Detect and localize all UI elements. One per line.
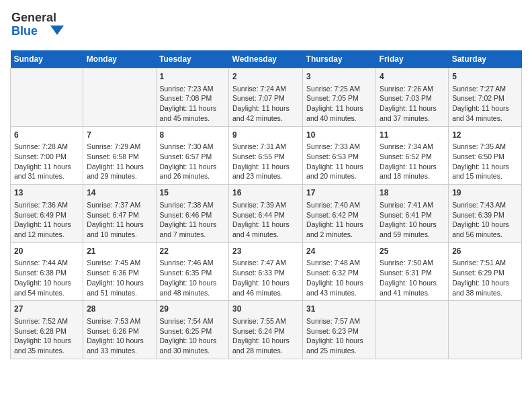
day-content: Sunrise: 7:25 AMSunset: 7:05 PMDaylight:… [306, 84, 372, 124]
day-number: 7 [87, 130, 152, 141]
day-content: Sunrise: 7:46 AMSunset: 6:35 PMDaylight:… [160, 258, 226, 298]
day-content: Sunrise: 7:55 AMSunset: 6:24 PMDaylight:… [232, 316, 299, 356]
day-content: Sunrise: 7:50 AMSunset: 6:31 PMDaylight:… [380, 258, 445, 298]
day-content: Sunrise: 7:38 AMSunset: 6:46 PMDaylight:… [160, 200, 226, 240]
calendar-header-row: SundayMondayTuesdayWednesdayThursdayFrid… [11, 50, 522, 68]
page-container: General Blue SundayMondayTuesdayWednesda… [0, 0, 532, 366]
day-content: Sunrise: 7:23 AMSunset: 7:08 PMDaylight:… [160, 84, 226, 124]
header-day-tuesday: Tuesday [156, 50, 229, 68]
calendar-cell [376, 301, 449, 359]
calendar-cell: 5Sunrise: 7:27 AMSunset: 7:02 PMDaylight… [449, 68, 522, 127]
day-number: 16 [232, 187, 299, 199]
day-number: 13 [14, 187, 79, 199]
calendar-cell: 31Sunrise: 7:57 AMSunset: 6:23 PMDayligh… [303, 301, 376, 359]
calendar-cell: 3Sunrise: 7:25 AMSunset: 7:05 PMDaylight… [303, 68, 376, 127]
calendar-cell: 9Sunrise: 7:31 AMSunset: 6:55 PMDaylight… [229, 126, 303, 185]
day-number: 26 [452, 246, 518, 257]
calendar-week-row: 6Sunrise: 7:28 AMSunset: 7:00 PMDaylight… [11, 126, 522, 185]
day-number: 12 [452, 130, 518, 141]
day-number: 29 [160, 304, 226, 315]
day-number: 19 [452, 187, 518, 199]
calendar-cell: 29Sunrise: 7:54 AMSunset: 6:25 PMDayligh… [156, 301, 229, 359]
day-number: 6 [14, 130, 79, 141]
calendar-cell: 23Sunrise: 7:47 AMSunset: 6:33 PMDayligh… [229, 242, 303, 301]
day-number: 11 [380, 130, 445, 141]
header-day-monday: Monday [83, 50, 156, 68]
day-number: 10 [306, 130, 372, 141]
calendar-cell: 21Sunrise: 7:45 AMSunset: 6:36 PMDayligh… [83, 242, 156, 301]
day-number: 28 [87, 304, 152, 315]
calendar-cell [449, 301, 522, 359]
day-content: Sunrise: 7:24 AMSunset: 7:07 PMDaylight:… [232, 84, 299, 124]
day-content: Sunrise: 7:51 AMSunset: 6:29 PMDaylight:… [452, 258, 518, 298]
calendar-week-row: 27Sunrise: 7:52 AMSunset: 6:28 PMDayligh… [11, 301, 522, 359]
calendar-cell: 14Sunrise: 7:37 AMSunset: 6:47 PMDayligh… [83, 185, 156, 243]
day-number: 8 [160, 130, 226, 141]
svg-text:General: General [11, 11, 56, 24]
day-content: Sunrise: 7:31 AMSunset: 6:55 PMDaylight:… [232, 142, 299, 181]
day-content: Sunrise: 7:33 AMSunset: 6:53 PMDaylight:… [306, 142, 372, 181]
day-content: Sunrise: 7:44 AMSunset: 6:38 PMDaylight:… [14, 258, 79, 298]
calendar-week-row: 20Sunrise: 7:44 AMSunset: 6:38 PMDayligh… [11, 242, 522, 301]
logo: General Blue [10, 7, 71, 44]
calendar-cell: 2Sunrise: 7:24 AMSunset: 7:07 PMDaylight… [229, 68, 303, 127]
calendar-cell: 30Sunrise: 7:55 AMSunset: 6:24 PMDayligh… [229, 301, 303, 359]
calendar-cell: 27Sunrise: 7:52 AMSunset: 6:28 PMDayligh… [11, 301, 83, 359]
calendar-week-row: 13Sunrise: 7:36 AMSunset: 6:49 PMDayligh… [11, 185, 522, 243]
day-number: 1 [160, 71, 226, 83]
day-number: 24 [306, 246, 372, 257]
day-content: Sunrise: 7:39 AMSunset: 6:44 PMDaylight:… [232, 200, 299, 240]
calendar-cell: 16Sunrise: 7:39 AMSunset: 6:44 PMDayligh… [229, 185, 303, 243]
calendar-cell: 13Sunrise: 7:36 AMSunset: 6:49 PMDayligh… [11, 185, 83, 243]
day-content: Sunrise: 7:52 AMSunset: 6:28 PMDaylight:… [14, 316, 79, 356]
day-number: 5 [452, 71, 518, 83]
calendar-cell: 25Sunrise: 7:50 AMSunset: 6:31 PMDayligh… [376, 242, 449, 301]
calendar-cell: 17Sunrise: 7:40 AMSunset: 6:42 PMDayligh… [303, 185, 376, 243]
calendar-table: SundayMondayTuesdayWednesdayThursdayFrid… [10, 50, 522, 359]
calendar-cell: 10Sunrise: 7:33 AMSunset: 6:53 PMDayligh… [303, 126, 376, 185]
day-content: Sunrise: 7:35 AMSunset: 6:50 PMDaylight:… [452, 142, 518, 181]
day-content: Sunrise: 7:27 AMSunset: 7:02 PMDaylight:… [452, 84, 518, 124]
day-number: 14 [87, 187, 152, 199]
logo-svg: General Blue [10, 7, 71, 44]
day-content: Sunrise: 7:48 AMSunset: 6:32 PMDaylight:… [306, 258, 372, 298]
day-number: 3 [306, 71, 372, 83]
header-day-sunday: Sunday [11, 50, 83, 68]
day-content: Sunrise: 7:57 AMSunset: 6:23 PMDaylight:… [306, 316, 372, 356]
calendar-week-row: 1Sunrise: 7:23 AMSunset: 7:08 PMDaylight… [11, 68, 522, 127]
calendar-cell: 26Sunrise: 7:51 AMSunset: 6:29 PMDayligh… [449, 242, 522, 301]
day-number: 22 [160, 246, 226, 257]
calendar-cell: 7Sunrise: 7:29 AMSunset: 6:58 PMDaylight… [83, 126, 156, 185]
calendar-cell: 1Sunrise: 7:23 AMSunset: 7:08 PMDaylight… [156, 68, 229, 127]
day-content: Sunrise: 7:53 AMSunset: 6:26 PMDaylight:… [87, 316, 152, 356]
svg-marker-2 [50, 26, 64, 35]
header-day-friday: Friday [376, 50, 449, 68]
header-day-thursday: Thursday [303, 50, 376, 68]
calendar-cell: 22Sunrise: 7:46 AMSunset: 6:35 PMDayligh… [156, 242, 229, 301]
day-number: 18 [380, 187, 445, 199]
day-number: 2 [232, 71, 299, 83]
calendar-cell: 19Sunrise: 7:43 AMSunset: 6:39 PMDayligh… [449, 185, 522, 243]
svg-text:Blue: Blue [11, 24, 38, 38]
calendar-cell: 8Sunrise: 7:30 AMSunset: 6:57 PMDaylight… [156, 126, 229, 185]
calendar-cell: 12Sunrise: 7:35 AMSunset: 6:50 PMDayligh… [449, 126, 522, 185]
calendar-cell: 28Sunrise: 7:53 AMSunset: 6:26 PMDayligh… [83, 301, 156, 359]
day-content: Sunrise: 7:36 AMSunset: 6:49 PMDaylight:… [14, 200, 79, 240]
day-content: Sunrise: 7:41 AMSunset: 6:41 PMDaylight:… [380, 200, 445, 240]
day-content: Sunrise: 7:47 AMSunset: 6:33 PMDaylight:… [232, 258, 299, 298]
day-content: Sunrise: 7:29 AMSunset: 6:58 PMDaylight:… [87, 142, 152, 181]
header-day-wednesday: Wednesday [229, 50, 303, 68]
day-number: 15 [160, 187, 226, 199]
day-content: Sunrise: 7:40 AMSunset: 6:42 PMDaylight:… [306, 200, 372, 240]
day-number: 21 [87, 246, 152, 257]
calendar-cell: 20Sunrise: 7:44 AMSunset: 6:38 PMDayligh… [11, 242, 83, 301]
day-number: 4 [380, 71, 445, 83]
calendar-cell: 4Sunrise: 7:26 AMSunset: 7:03 PMDaylight… [376, 68, 449, 127]
day-content: Sunrise: 7:34 AMSunset: 6:52 PMDaylight:… [380, 142, 445, 181]
calendar-cell [11, 68, 83, 127]
header: General Blue [10, 7, 522, 44]
calendar-cell: 11Sunrise: 7:34 AMSunset: 6:52 PMDayligh… [376, 126, 449, 185]
day-number: 25 [380, 246, 445, 257]
day-number: 31 [306, 304, 372, 315]
day-content: Sunrise: 7:43 AMSunset: 6:39 PMDaylight:… [452, 200, 518, 240]
